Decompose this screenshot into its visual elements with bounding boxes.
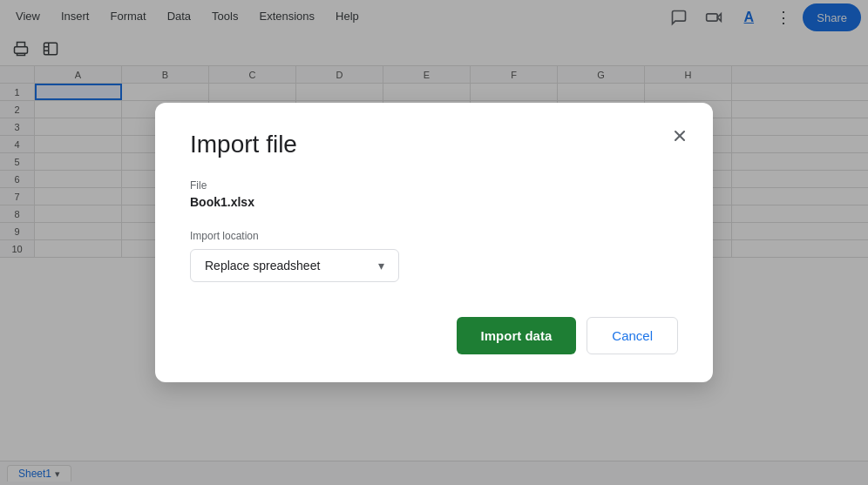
dropdown-selected-value: Replace spreadsheet (205, 259, 320, 273)
cancel-button[interactable]: Cancel (587, 317, 678, 354)
import-data-button[interactable]: Import data (457, 317, 577, 354)
import-location-dropdown[interactable]: Replace spreadsheet ▾ (190, 249, 399, 282)
modal-overlay: Import file File Book1.xlsx Import locat… (0, 0, 868, 485)
file-label: File (190, 179, 678, 192)
import-file-dialog: Import file File Book1.xlsx Import locat… (155, 103, 713, 382)
file-value: Book1.xlsx (190, 195, 678, 209)
modal-actions: Import data Cancel (190, 317, 678, 354)
chevron-down-icon: ▾ (378, 259, 384, 273)
close-button[interactable] (664, 120, 695, 152)
modal-title: Import file (190, 131, 678, 158)
import-location-label: Import location (190, 230, 678, 242)
